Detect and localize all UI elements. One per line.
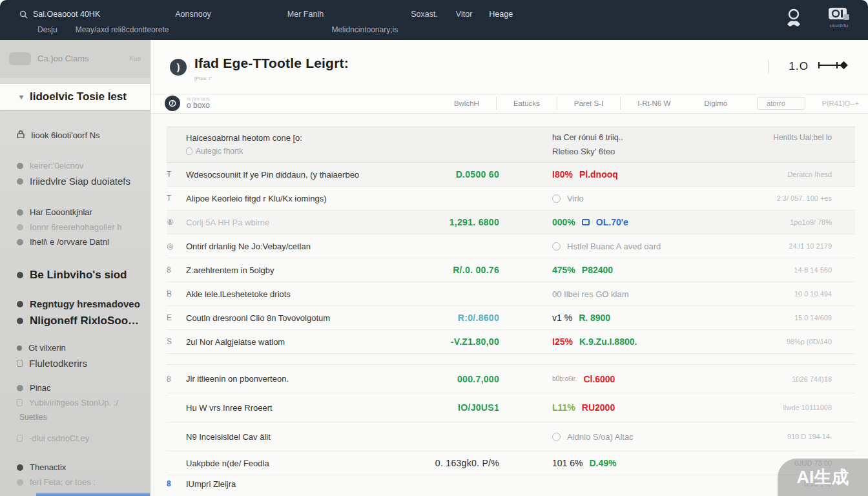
- table-row[interactable]: G: [167, 492, 855, 496]
- table-row[interactable]: 8 Z:arehlrentem in 5olgby R/.0. 00.76 47…: [167, 258, 855, 282]
- bullet-icon: [17, 385, 23, 391]
- radio-icon[interactable]: [552, 433, 561, 441]
- row-change-val: K.9.Zu.I.8800.: [579, 336, 637, 347]
- column-subheader-change: Rletieo Sky' 6teo: [552, 147, 707, 156]
- row-type-icon: B: [167, 289, 186, 298]
- sidebar-item[interactable]: Iheli\ e /orvvare Datnl: [0, 234, 150, 249]
- sidebar-item[interactable]: Be Linbviho's siod: [0, 266, 150, 284]
- table-row[interactable]: B Akle lele.lLeshetetoke driots 00 Ilbei…: [167, 282, 855, 306]
- row-value: 000.7,000: [418, 374, 499, 384]
- radio-icon[interactable]: [552, 242, 561, 251]
- radio-icon[interactable]: [552, 194, 561, 203]
- table-row[interactable]: T Alipoe Keorleio fitgd r Klu/Kx iomings…: [167, 187, 855, 211]
- topbar-actions: uuvdirtu: [784, 6, 850, 30]
- row-type-icon: ⑧: [167, 218, 186, 227]
- menu-item[interactable]: Mer Fanih: [287, 10, 324, 19]
- table-row[interactable]: Hu W vrs Inree Rroeert IO/J0US1 L11%RU20…: [167, 393, 855, 422]
- menu-item[interactable]: Aonsnooy: [175, 10, 211, 19]
- tab-2[interactable]: Eatucks: [497, 99, 557, 107]
- menu-item[interactable]: Desju: [37, 25, 57, 34]
- sidebar-item-selected[interactable]: ▾ Iidoelvic Tosie lest: [0, 84, 150, 110]
- bullet-icon: [17, 346, 22, 351]
- avatar: [9, 52, 31, 65]
- row-value: R/.0. 00.76: [418, 265, 499, 275]
- chevron-down-icon: ▾: [19, 92, 23, 101]
- topbar-menu-row1: Sal.Oeaooot 40HK Aonsnooy Mer Fanih Soxa…: [19, 10, 513, 19]
- menu-item[interactable]: Vitor: [456, 10, 472, 19]
- column-header-change[interactable]: ha Cer rónui 6 triiq..: [552, 133, 707, 142]
- filter-toggle-icon[interactable]: [165, 96, 180, 111]
- bullet-icon: [17, 224, 23, 231]
- page-icon: ): [170, 59, 187, 76]
- tab-5[interactable]: Digimo: [687, 99, 744, 107]
- sidebar-item[interactable]: Regntugy hresmadoveo: [0, 296, 150, 312]
- tab-1[interactable]: BwlchH: [437, 99, 496, 107]
- table-row[interactable]: S 2ul Nor Aalgjeiatse watlom -V.Z1.80,00…: [167, 330, 855, 354]
- sidebar-item[interactable]: Pinac: [0, 380, 150, 395]
- sidebar-item[interactable]: ferl Feta; or toes :: [0, 475, 150, 490]
- sidebar-item[interactable]: Suetlies: [0, 410, 150, 424]
- lock-icon: [17, 130, 25, 140]
- page-header: ) Ifad Ege-TTootle Leigrt: [Pixa: i'' 1.…: [150, 40, 868, 94]
- row-type-icon: Ŧ: [167, 170, 186, 179]
- filter-dropdown[interactable]: atorro: [757, 97, 805, 110]
- tab-4[interactable]: I-Rt-N6 W: [621, 99, 687, 107]
- sidebar-item[interactable]: Iriiedvlre Siap duoiatefs: [0, 173, 150, 189]
- column-header-meta[interactable]: Hentlts Ual;bel lo: [773, 133, 832, 142]
- row-name: Uakpbde n(de/ Feodla: [186, 459, 418, 468]
- tab-3[interactable]: Paret S-I: [557, 99, 620, 107]
- row-change-val: D.49%: [589, 458, 616, 468]
- profile-badge[interactable]: uuvdirtu: [828, 6, 850, 28]
- menu-item[interactable]: Soxast.: [411, 10, 438, 19]
- bullet-icon: [17, 209, 23, 216]
- sidebar-item[interactable]: Nligoneff RixloSoomal: [0, 312, 150, 330]
- column-header-name[interactable]: Haicesoabrnal heotom cone [o:: [186, 133, 552, 143]
- row-meta: Deratcn Ihesd: [788, 170, 832, 178]
- table-row[interactable]: ◎ Ontirf drlanlig Ne Jo:Vebay/cetlan Hst…: [167, 234, 855, 258]
- user-icon[interactable]: [784, 6, 803, 30]
- row-change-val: Pl.dnooq: [579, 169, 618, 180]
- row-meta: 24.l1 10 2179: [789, 242, 832, 250]
- menu-item[interactable]: Meay/axd reli8cdontteorete: [76, 25, 169, 34]
- table-header: Haicesoabrnal heotom cone [o: Autegic fh…: [167, 127, 855, 163]
- row-change-val: R. 8900: [579, 313, 610, 323]
- table-row[interactable]: 8 IUmpri Zleijra 0.10 140: [167, 475, 855, 492]
- sidebar-item[interactable]: Thenactix: [0, 460, 150, 475]
- sidebar-item[interactable]: -dlui csdnoCt.ey: [0, 431, 150, 446]
- sidebar-item-label: Fluletodkerirs: [29, 358, 87, 369]
- row-change-val: RU2000: [582, 402, 615, 413]
- topbar: Sal.Oeaooot 40HK Aonsnooy Mer Fanih Soxa…: [0, 0, 868, 40]
- table-row[interactable]: 8 Jlr itlieenin on pbonverteon. 000.7,00…: [167, 364, 855, 393]
- bullet-icon: [17, 318, 23, 324]
- sidebar-item[interactable]: keirer:'0eicnov: [0, 158, 150, 173]
- sidebar-item[interactable]: Gt vilxerin: [0, 340, 150, 355]
- sidebar-item[interactable]: Yubivirifigeos StonUp. :/: [0, 395, 150, 410]
- badge-label: uuvdirtu: [830, 23, 848, 28]
- active-view[interactable]: % [9% W.N. o boxo: [187, 97, 211, 110]
- row-meta: 10 0 10.494: [794, 290, 832, 298]
- menu-item[interactable]: Sal.Oeaooot 40HK: [33, 10, 100, 19]
- table-row[interactable]: ⑧ Corlj 5A HH Pa wbirne 1,291. 6800 000%…: [167, 211, 855, 234]
- menu-item[interactable]: Melidncintoonary;is: [331, 25, 398, 34]
- sidebar-item[interactable]: Fluletodkerirs: [0, 355, 150, 371]
- sidebar-item-label: Iheli\ e /orvvare Datnl: [30, 237, 109, 247]
- row-change-pct: L11%: [552, 402, 575, 413]
- zoom-slider-icon[interactable]: [818, 60, 849, 73]
- row-name: N9 Inceisisldel Cav älit: [186, 432, 418, 442]
- sidebar-item[interactable]: Har Eooontkjnlar: [0, 205, 150, 220]
- menu-item[interactable]: Heage: [489, 10, 513, 19]
- row-name: Wdesocsouniit If ye Pin diddaun, (y thai…: [186, 170, 418, 180]
- sidebar-item-label: keirer:'0eicnov: [30, 161, 83, 170]
- column-subheader-name: Autegic fhortk: [196, 147, 243, 156]
- pagination-label[interactable]: P(R41)O--+: [822, 99, 859, 107]
- row-change-val: P82400: [582, 265, 613, 275]
- row-name: Ontirf drlanlig Ne Jo:Vebay/cetlan: [186, 242, 418, 251]
- sidebar-item[interactable]: Ionnr 6reerehohagoller h: [0, 220, 150, 234]
- table-row[interactable]: Ŧ Wdesocsouniit If ye Pin diddaun, (y th…: [167, 163, 855, 187]
- search-icon[interactable]: [19, 10, 28, 19]
- table-row[interactable]: Uakpbde n(de/ Feodla 0. 163gk0. P/% 101 …: [167, 451, 855, 475]
- sidebar-item[interactable]: Iiook 6looti'oorf Ns: [0, 127, 150, 143]
- row-type-icon: E: [167, 313, 186, 322]
- table-row[interactable]: N9 Inceisisldel Cav älit Aldnio S/oa) Al…: [167, 422, 855, 451]
- table-row[interactable]: E Coutln dresroonl Clio 8n Tovovolgotum …: [167, 306, 855, 330]
